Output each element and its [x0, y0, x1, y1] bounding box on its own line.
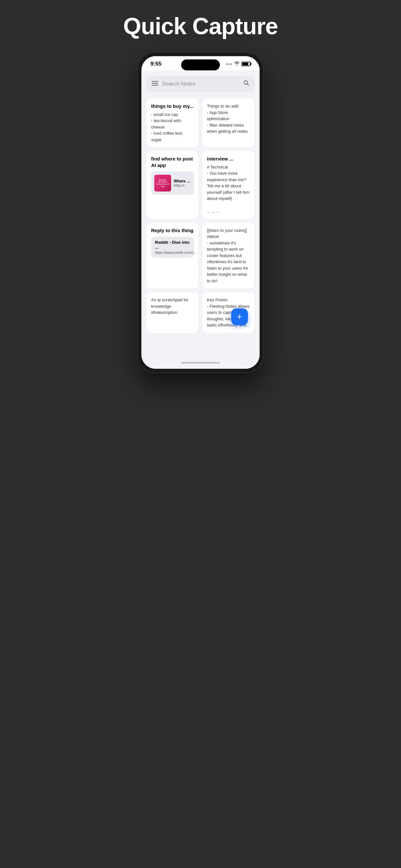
- note-body-4: # Technical - You have more experience t…: [207, 164, 250, 214]
- reddit-link-title-5: Reddit - Dive into ...: [155, 240, 190, 250]
- note-card-6[interactable]: [[listen to your users]] #tiktok - somet…: [203, 223, 254, 289]
- wifi-icon: [234, 61, 240, 66]
- page-title: Quick Capture: [123, 13, 278, 39]
- note-card-4[interactable]: interview ... # Technical - You have mor…: [203, 151, 254, 219]
- notes-grid: things to buy my... - small ice cap - te…: [147, 98, 254, 333]
- note-body-1: - small ice cap - tea biscuit with chees…: [151, 112, 194, 143]
- status-right: [226, 61, 251, 66]
- note-card-2[interactable]: Things to do add: - App Store optimizati…: [203, 98, 254, 147]
- battery-icon: [242, 62, 251, 66]
- note-card-3[interactable]: find where to post AI app Premium Direct…: [147, 151, 198, 219]
- battery-fill: [243, 63, 248, 65]
- phone-frame: 9:55: [137, 52, 264, 373]
- note-card-8[interactable]: Key Points: - Fleeting Notes allows user…: [203, 292, 254, 333]
- menu-icon[interactable]: [152, 81, 158, 87]
- note-title-5: Reply to this thing: [151, 227, 194, 234]
- phone-screen: 9:55: [142, 56, 259, 369]
- reddit-link-url-5: https://www.reddit.com/r/...: [155, 251, 190, 254]
- note-title-3: find where to post AI app: [151, 156, 194, 168]
- status-bar: 9:55: [142, 56, 259, 70]
- note-title-4: interview ...: [207, 156, 250, 162]
- link-url-3: https://...: [174, 183, 191, 187]
- search-placeholder-text: Search Notes: [162, 81, 240, 87]
- link-thumbnail-3: Premium DirectoriesTo Post Your AI App: [154, 175, 171, 191]
- status-time: 9:55: [150, 61, 161, 67]
- home-bar: [181, 362, 220, 364]
- link-title-3: Where to ...: [174, 179, 191, 183]
- signal-dot-3: [230, 63, 232, 65]
- note-card-1[interactable]: things to buy my... - small ice cap - te…: [147, 98, 198, 147]
- reddit-preview-5[interactable]: Reddit - Dive into ... https://www.reddi…: [151, 237, 194, 258]
- svg-rect-0: [152, 81, 158, 82]
- note-card-5[interactable]: Reply to this thing Reddit - Dive into .…: [147, 223, 198, 289]
- note-title-1: things to buy my...: [151, 103, 194, 110]
- svg-rect-2: [152, 85, 158, 86]
- link-info-3: Where to ... https://...: [174, 179, 191, 187]
- note-body-6: [[listen to your users]] #tiktok - somet…: [207, 227, 250, 284]
- signal-dot-1: [226, 63, 227, 65]
- home-indicator: [142, 359, 259, 369]
- link-preview-3[interactable]: Premium DirectoriesTo Post Your AI App W…: [151, 172, 194, 195]
- signal-dot-2: [228, 63, 230, 65]
- note-card-7[interactable]: An ai scratchpad for knowledge #fndescri…: [147, 292, 198, 333]
- note-body-2: Things to do add: - App Store optimizati…: [207, 103, 250, 135]
- notes-area: things to buy my... - small ice cap - te…: [147, 98, 254, 333]
- note-body-7: An ai scratchpad for knowledge #fndescri…: [151, 297, 194, 316]
- signal-dots: [226, 63, 232, 65]
- fab-button[interactable]: +: [231, 308, 248, 325]
- svg-line-4: [247, 84, 249, 86]
- app-content: Search Notes things to buy my... - small…: [142, 70, 259, 359]
- search-icon[interactable]: [243, 80, 249, 88]
- dynamic-island: [181, 59, 220, 70]
- fab-plus-icon: +: [237, 312, 242, 321]
- link-thumb-title-3: Premium DirectoriesTo Post Your AI App: [156, 179, 170, 187]
- search-bar[interactable]: Search Notes: [147, 75, 254, 92]
- svg-rect-1: [152, 83, 158, 84]
